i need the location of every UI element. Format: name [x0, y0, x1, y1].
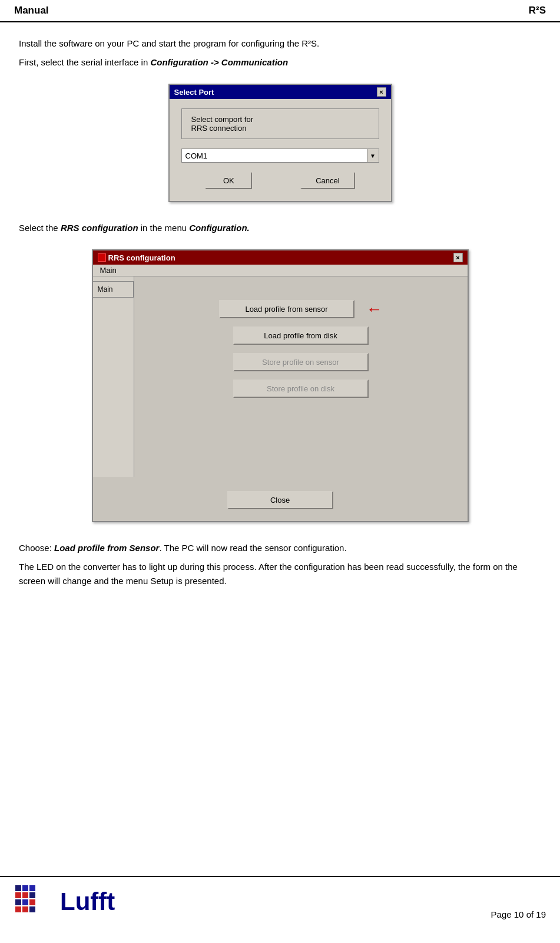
intro-line2: First, select the serial interface in Co…	[19, 55, 541, 70]
svg-rect-2	[15, 892, 21, 898]
rrs-tab-main[interactable]: Main	[93, 281, 134, 298]
rrs-config-label: RRS configuration	[61, 223, 138, 233]
rrs-dialog-container: RRS configuration × Main Main Load profi	[19, 249, 541, 522]
rrs-tab-sidebar: Main	[93, 276, 134, 477]
choose-load-label: Load profile from Sensor	[54, 543, 159, 553]
intro-line1: Install the software on your PC and star…	[19, 37, 541, 51]
page-header: Manual R²S	[0, 0, 560, 22]
config-comm-label: Configuration -> Communication	[150, 57, 288, 67]
footer-logo: Lufft	[14, 884, 115, 919]
store-disk-row: Store profile on disk	[233, 380, 369, 398]
rrs-main-area: Main Load profile from sensor ← Load pro…	[93, 276, 468, 477]
led-paragraph: The LED on the converter has to light up…	[19, 560, 541, 588]
ok-button[interactable]: OK	[205, 172, 252, 189]
select-port-info-line2: RRS connection	[191, 124, 369, 133]
rrs-title-label: RRS configuration	[108, 253, 175, 262]
select-port-info-line1: Select comport for	[191, 115, 369, 124]
svg-rect-1	[22, 885, 28, 891]
svg-rect-11	[29, 906, 35, 912]
select-port-titlebar: Select Port ×	[170, 85, 391, 99]
svg-rect-9	[29, 892, 35, 898]
cancel-button[interactable]: Cancel	[300, 172, 354, 189]
page-footer: Lufft Page 10 of 19	[0, 876, 560, 919]
rrs-close-button[interactable]: ×	[453, 253, 463, 262]
comport-input[interactable]	[181, 149, 367, 163]
rrs-menu-bar: Main	[93, 265, 468, 276]
load-sensor-row: Load profile from sensor ←	[219, 300, 383, 318]
rrs-configuration-dialog: RRS configuration × Main Main Load profi	[92, 249, 469, 522]
svg-rect-6	[15, 906, 21, 912]
rrs-body: Main Main Load profile from sensor ← Loa…	[93, 265, 468, 521]
svg-rect-3	[22, 892, 28, 898]
header-manual-label: Manual	[14, 5, 49, 17]
svg-rect-4	[15, 899, 21, 905]
store-sensor-row: Store profile on sensor	[233, 353, 369, 371]
rrs-titlebar: RRS configuration ×	[93, 250, 468, 265]
header-r2s-label: R²S	[529, 5, 546, 17]
select-port-dialog-container: Select Port × Select comport for RRS con…	[19, 84, 541, 202]
store-profile-disk-button[interactable]: Store profile on disk	[233, 380, 369, 398]
select-rrs-text: Select the RRS configuration in the menu…	[19, 221, 541, 235]
load-profile-sensor-button[interactable]: Load profile from sensor	[219, 300, 354, 318]
load-profile-disk-button[interactable]: Load profile from disk	[233, 327, 369, 345]
configuration-label: Configuration.	[189, 223, 249, 233]
svg-rect-5	[22, 899, 28, 905]
main-content: Install the software on your PC and star…	[0, 22, 560, 607]
svg-rect-7	[22, 906, 28, 912]
store-profile-sensor-button[interactable]: Store profile on sensor	[233, 353, 369, 371]
select-port-buttons: OK Cancel	[181, 172, 379, 189]
select-port-info: Select comport for RRS connection	[181, 108, 379, 139]
select-port-dialog: Select Port × Select comport for RRS con…	[168, 84, 392, 202]
svg-rect-10	[29, 899, 35, 905]
rrs-close-area: Close	[93, 477, 468, 521]
load-disk-row: Load profile from disk	[233, 327, 369, 345]
select-port-close-button[interactable]: ×	[377, 87, 386, 97]
select-port-title: Select Port	[174, 88, 214, 97]
rrs-content-area: Load profile from sensor ← Load profile …	[134, 276, 468, 477]
choose-paragraph: Choose: Load profile from Sensor. The PC…	[19, 541, 541, 555]
select-port-body: Select comport for RRS connection ▼ OK C…	[170, 99, 391, 201]
comport-dropdown-arrow[interactable]: ▼	[367, 149, 379, 163]
svg-rect-8	[29, 885, 35, 891]
svg-rect-0	[15, 885, 21, 891]
lufft-text: Lufft	[60, 888, 115, 916]
page-number: Page 10 of 19	[491, 909, 546, 919]
red-arrow-icon: ←	[366, 301, 383, 318]
rrs-close-dialog-button[interactable]: Close	[227, 491, 333, 509]
rrs-menu-main[interactable]: Main	[100, 266, 117, 275]
rrs-icon	[98, 253, 106, 262]
lufft-logo-graphic	[14, 884, 55, 919]
comport-row: ▼	[181, 149, 379, 163]
